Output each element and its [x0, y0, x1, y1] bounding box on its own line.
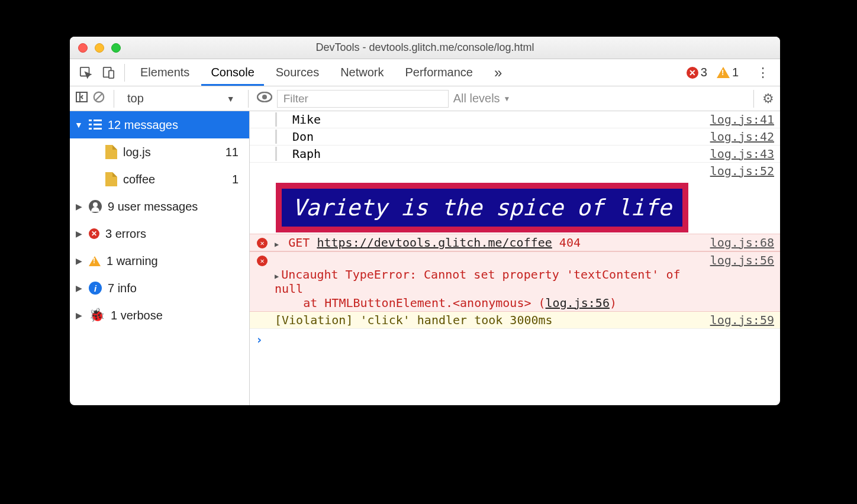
traffic-lights [70, 43, 121, 53]
divider [248, 90, 249, 108]
log-row: Raph log.js:43 [250, 146, 780, 163]
sidebar-verbose[interactable]: ▶ 🐞 1 verbose [70, 302, 249, 329]
tab-sources[interactable]: Sources [266, 59, 328, 86]
list-icon [89, 119, 102, 130]
file-icon [105, 172, 117, 186]
error-icon: ✕ [687, 67, 698, 79]
divider [124, 64, 125, 82]
tab-network[interactable]: Network [331, 59, 393, 86]
file-count: 11 [225, 146, 243, 159]
http-status: 404 [559, 235, 581, 250]
devtools-window: DevTools - devtools.glitch.me/console/lo… [70, 37, 780, 405]
tabs-overflow[interactable]: » [485, 59, 511, 86]
source-link[interactable]: log.js:43 [710, 147, 774, 161]
violation-text: [Violation] 'click' handler took 3000ms [269, 313, 710, 327]
caret-right-icon: ▶ [75, 256, 83, 266]
file-name: coffee [123, 173, 155, 186]
sidebar-user-messages[interactable]: ▶ 9 user messages [70, 193, 249, 220]
error-icon: ✕ [257, 238, 268, 248]
sidebar-file[interactable]: coffee 1 [70, 166, 249, 193]
user-icon [89, 200, 102, 213]
sidebar-warnings[interactable]: ▶ 1 warning [70, 247, 249, 274]
bug-icon: 🐞 [89, 308, 105, 323]
source-link[interactable]: log.js:52 [710, 164, 774, 178]
warning-badge[interactable]: 1 [717, 66, 739, 79]
device-icon[interactable] [98, 63, 118, 83]
caret-right-icon: ▶ [75, 311, 83, 320]
console-prompt[interactable]: › [250, 329, 780, 350]
info-icon: i [89, 282, 102, 295]
clear-console-icon[interactable] [92, 91, 105, 106]
network-error-row: ✕ ▶ GET https://devtools.glitch.me/coffe… [250, 234, 780, 251]
caret-right-icon: ▶ [75, 229, 83, 238]
divider [753, 90, 754, 108]
caret-right-icon[interactable]: ▶ [275, 240, 279, 248]
chevron-down-icon: ▼ [504, 95, 511, 103]
kebab-menu-icon[interactable]: ⋮ [753, 63, 773, 83]
panel-tabs: Elements Console Sources Network Perform… [70, 59, 780, 86]
sidebar-messages[interactable]: ▼ 12 messages [70, 111, 249, 138]
console-output: Mike log.js:41 Don log.js:42 Raph log.js… [250, 111, 780, 405]
svg-rect-2 [109, 70, 114, 78]
sidebar-file[interactable]: log.js 11 [70, 138, 249, 166]
error-badge[interactable]: ✕ 3 [687, 66, 707, 79]
tab-elements[interactable]: Elements [131, 59, 199, 86]
log-text: Raph [277, 147, 710, 161]
stack-prefix: at HTMLButtonElement.<anonymous> ( [275, 296, 546, 310]
error-icon: ✕ [257, 256, 268, 266]
maximize-button[interactable] [111, 43, 121, 53]
context-label: top [127, 92, 144, 105]
warning-count: 1 [732, 66, 739, 79]
sidebar-toggle-icon[interactable] [76, 92, 88, 105]
source-link[interactable]: log.js:59 [710, 313, 774, 327]
console-sidebar: ▼ 12 messages log.js 11 coffee 1 ▶ 9 use… [70, 111, 250, 405]
log-levels-selector[interactable]: All levels ▼ [453, 92, 511, 105]
tab-performance[interactable]: Performance [396, 59, 483, 86]
log-row: Mike log.js:41 [250, 111, 780, 128]
gear-icon[interactable]: ⚙ [762, 91, 774, 106]
source-link[interactable]: log.js:68 [710, 235, 774, 250]
file-icon [105, 145, 117, 159]
log-text: Mike [277, 112, 710, 127]
violation-row: [Violation] 'click' handler took 3000ms … [250, 312, 780, 329]
type-error-row: ✕ ▶Uncaught TypeError: Cannot set proper… [250, 251, 780, 312]
sidebar-errors[interactable]: ▶ ✕ 3 errors [70, 220, 249, 247]
titlebar: DevTools - devtools.glitch.me/console/lo… [70, 37, 780, 59]
error-message: Uncaught TypeError: Cannot set property … [275, 267, 688, 296]
warning-icon [89, 256, 101, 266]
log-text: Don [277, 130, 710, 144]
close-button[interactable] [78, 43, 88, 53]
source-link[interactable]: log.js:56 [710, 253, 774, 267]
url-link[interactable]: https://devtools.glitch.me/coffee [317, 235, 552, 250]
context-selector[interactable]: top ▼ [123, 90, 240, 108]
sidebar-info[interactable]: ▶ i 7 info [70, 274, 249, 302]
console-toolbar: top ▼ All levels ▼ ⚙ [70, 86, 780, 111]
divider [114, 90, 114, 108]
warning-icon [717, 67, 730, 78]
console-body: ▼ 12 messages log.js 11 coffee 1 ▶ 9 use… [70, 111, 780, 405]
minimize-button[interactable] [95, 43, 104, 53]
info-label: 7 info [108, 282, 137, 295]
styled-log-text: Variety is the spice of life [276, 183, 688, 232]
error-icon: ✕ [89, 228, 99, 239]
source-link[interactable]: log.js:42 [710, 130, 774, 144]
caret-right-icon[interactable]: ▶ [275, 272, 279, 280]
svg-line-6 [96, 94, 102, 101]
user-label: 9 user messages [108, 200, 198, 214]
verbose-label: 1 verbose [111, 309, 163, 322]
log-row: log.js:52 [250, 163, 780, 179]
file-name: log.js [123, 146, 151, 159]
source-link[interactable]: log.js:41 [710, 112, 774, 127]
stack-link[interactable]: log.js:56 [546, 296, 610, 310]
caret-down-icon: ▼ [75, 120, 83, 130]
caret-right-icon: ▶ [75, 202, 83, 211]
stack-suffix: ) [610, 296, 617, 310]
http-method: GET [288, 235, 310, 250]
styled-log-row: Variety is the spice of life [250, 179, 780, 234]
tab-console[interactable]: Console [201, 59, 263, 86]
file-count: 1 [232, 173, 243, 186]
inspect-icon[interactable] [76, 63, 96, 83]
filter-input[interactable] [277, 90, 449, 108]
live-expression-icon[interactable] [257, 92, 272, 105]
log-row: Don log.js:42 [250, 128, 780, 146]
